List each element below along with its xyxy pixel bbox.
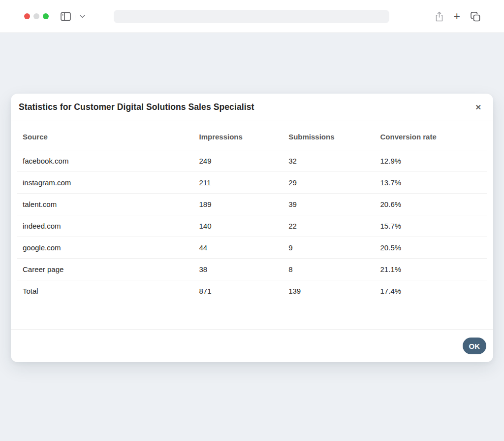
table-row: Career page 38 8 21.1%	[17, 259, 487, 280]
column-header-impressions: Impressions	[193, 121, 283, 150]
table-header-row: Source Impressions Submissions Conversio…	[17, 121, 487, 150]
ok-button[interactable]: OK	[463, 338, 487, 354]
cell-submissions: 139	[283, 280, 374, 302]
cell-impressions: 871	[193, 280, 283, 302]
cell-submissions: 29	[283, 172, 374, 194]
window-controls	[24, 13, 49, 19]
new-tab-button[interactable]: +	[454, 11, 460, 22]
share-button[interactable]	[435, 11, 443, 22]
browser-toolbar: +	[0, 0, 504, 33]
table-row: indeed.com 140 22 15.7%	[17, 215, 487, 237]
cell-source: facebook.com	[17, 150, 193, 172]
table-row: google.com 44 9 20.5%	[17, 237, 487, 259]
cell-submissions: 8	[283, 259, 374, 280]
cell-submissions: 9	[283, 237, 374, 259]
cell-conversion-rate: 15.7%	[375, 215, 487, 237]
close-icon: ✕	[475, 103, 481, 111]
tabs-overview-icon	[471, 12, 480, 22]
cell-source: Total	[17, 280, 193, 302]
modal-footer: OK	[11, 329, 493, 362]
modal-close-button[interactable]: ✕	[474, 102, 482, 112]
screen: + Statistics for Customer Digital Soluti…	[0, 0, 504, 441]
cell-submissions: 22	[283, 215, 374, 237]
sidebar-toggle-button[interactable]	[61, 12, 71, 21]
toolbar-right-actions: +	[435, 0, 480, 33]
address-bar-input[interactable]	[114, 10, 389, 23]
column-header-conversion-rate: Conversion rate	[375, 121, 487, 150]
cell-source: talent.com	[17, 194, 193, 215]
share-icon	[435, 11, 443, 22]
modal-body: Source Impressions Submissions Conversio…	[11, 121, 493, 302]
table-total-row: Total 871 139 17.4%	[17, 280, 487, 302]
table-row: instagram.com 211 29 13.7%	[17, 172, 487, 194]
statistics-modal: Statistics for Customer Digital Solution…	[11, 94, 493, 362]
cell-impressions: 140	[193, 215, 283, 237]
close-window-button[interactable]	[24, 13, 30, 19]
cell-conversion-rate: 20.5%	[375, 237, 487, 259]
chevron-down-icon	[80, 15, 85, 18]
toolbar-chevron-button[interactable]	[75, 15, 85, 18]
cell-conversion-rate: 20.6%	[375, 194, 487, 215]
sidebar-icon	[61, 12, 71, 21]
tab-overview-button[interactable]	[471, 12, 480, 22]
cell-source: indeed.com	[17, 215, 193, 237]
column-header-source: Source	[17, 121, 193, 150]
modal-title: Statistics for Customer Digital Solution…	[19, 102, 254, 112]
cell-submissions: 32	[283, 150, 374, 172]
cell-conversion-rate: 17.4%	[375, 280, 487, 302]
cell-impressions: 44	[193, 237, 283, 259]
cell-source: instagram.com	[17, 172, 193, 194]
cell-conversion-rate: 13.7%	[375, 172, 487, 194]
table-row: facebook.com 249 32 12.9%	[17, 150, 487, 172]
statistics-table: Source Impressions Submissions Conversio…	[17, 121, 487, 302]
modal-header: Statistics for Customer Digital Solution…	[11, 94, 493, 121]
zoom-window-button[interactable]	[43, 13, 49, 19]
cell-conversion-rate: 12.9%	[375, 150, 487, 172]
cell-submissions: 39	[283, 194, 374, 215]
cell-source: google.com	[17, 237, 193, 259]
cell-conversion-rate: 21.1%	[375, 259, 487, 280]
table-row: talent.com 189 39 20.6%	[17, 194, 487, 215]
column-header-submissions: Submissions	[283, 121, 374, 150]
cell-source: Career page	[17, 259, 193, 280]
cell-impressions: 249	[193, 150, 283, 172]
minimize-window-button[interactable]	[33, 13, 39, 19]
cell-impressions: 189	[193, 194, 283, 215]
cell-impressions: 38	[193, 259, 283, 280]
cell-impressions: 211	[193, 172, 283, 194]
